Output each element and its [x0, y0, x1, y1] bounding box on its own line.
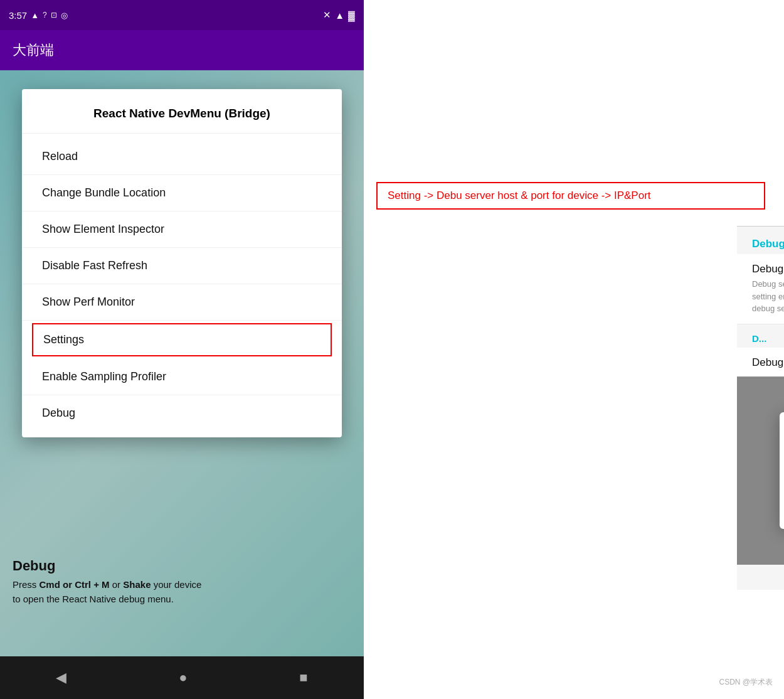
csdn-watermark: CSDN @学术表	[719, 677, 773, 688]
menu-item-debug[interactable]: Debug	[22, 395, 342, 431]
back-icon[interactable]: ◀	[56, 670, 66, 686]
wifi-icon: ▲	[31, 11, 39, 20]
app-bar: 大前端	[0, 30, 364, 70]
settings-debug-server-item2[interactable]: Debug server host & port for device	[737, 348, 784, 378]
nav-bar: ◀ ● ■	[0, 656, 364, 699]
recents-icon[interactable]: ■	[299, 670, 307, 686]
debugging-header: Debugging	[737, 227, 784, 254]
phone-panel: 3:57 ▲ ? ⊡ ◎ ✕ ▲ ▓ 大前端 React Native DevM…	[0, 0, 364, 699]
debug-description: Press Cmd or Ctrl + M or Shake your devi…	[13, 578, 351, 606]
settings-item-title: Debug server host & port for device	[752, 263, 784, 275]
annotation-text: Setting -> Debu server host & port for d…	[388, 189, 651, 201]
sim2-icon: ⊡	[51, 11, 57, 19]
status-bar-right: ✕ ▲ ▓	[323, 9, 355, 21]
signal-icon: ▲	[335, 10, 344, 21]
status-time: 3:57	[9, 10, 27, 21]
home-icon[interactable]: ●	[179, 670, 187, 686]
debug-section: Debug Press Cmd or Ctrl + M or Shake you…	[13, 558, 351, 606]
phone-bg: React Native DevMenu (Bridge) Reload Cha…	[0, 70, 364, 656]
status-bar: 3:57 ▲ ? ⊡ ◎ ✕ ▲ ▓	[0, 0, 364, 30]
right-panel: Debugging Debug server host & port for d…	[364, 0, 784, 699]
settings-debug-title: Debug server host & port for device	[752, 356, 784, 369]
dialog-box: Debug server host & port for device 192.…	[780, 412, 785, 528]
wifi2-icon: ✕	[323, 9, 331, 21]
debug-heading: Debug	[13, 558, 351, 574]
menu-item-sampling-profiler[interactable]: Enable Sampling Profiler	[22, 359, 342, 395]
dev-menu-dialog: React Native DevMenu (Bridge) Reload Cha…	[22, 89, 342, 437]
dev-menu-title: React Native DevMenu (Bridge)	[22, 107, 342, 134]
settings-debug-label: D...	[737, 324, 784, 348]
dialog-overlay: Debug server host & port for device 192.…	[737, 376, 784, 565]
settings-debug-server-item[interactable]: Debug server host & port for device Debu…	[737, 254, 784, 324]
menu-item-settings[interactable]: Settings	[32, 323, 332, 356]
battery-icon: ▓	[348, 10, 355, 21]
settings-item-desc: Debug server host & port for downloading…	[752, 278, 784, 315]
annotation-box: Setting -> Debu server host & port for d…	[376, 182, 765, 210]
menu-item-element-inspector[interactable]: Show Element Inspector	[22, 211, 342, 248]
menu-item-change-bundle[interactable]: Change Bundle Location	[22, 175, 342, 211]
circle-icon: ◎	[61, 11, 68, 20]
menu-item-fast-refresh[interactable]: Disable Fast Refresh	[22, 248, 342, 284]
menu-item-reload[interactable]: Reload	[22, 139, 342, 175]
sim-icon: ?	[43, 11, 47, 19]
app-title: 大前端	[13, 41, 54, 60]
status-bar-left: 3:57 ▲ ? ⊡ ◎	[9, 10, 68, 21]
menu-item-perf-monitor[interactable]: Show Perf Monitor	[22, 284, 342, 321]
